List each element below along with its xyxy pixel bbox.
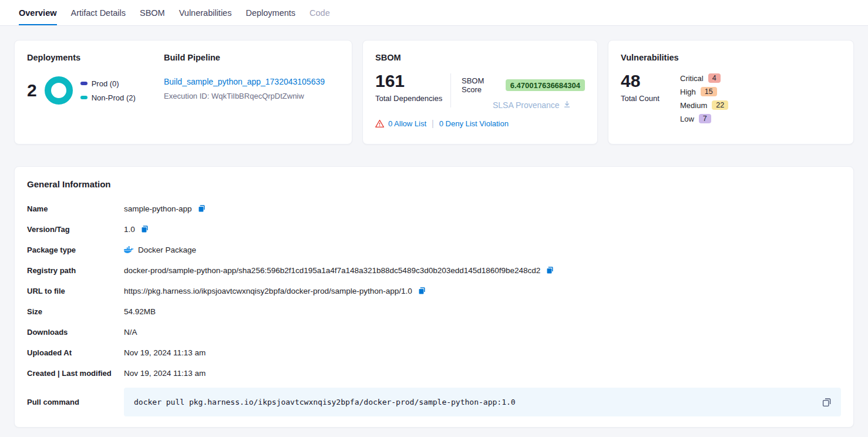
prod-legend-label: Prod (0) bbox=[92, 79, 119, 88]
downloads-value: N/A bbox=[124, 328, 137, 337]
version-tag-label: Version/Tag bbox=[27, 225, 124, 234]
deny-list-violation-link[interactable]: 0 Deny List Violation bbox=[439, 119, 509, 128]
general-information-card: General Information Name sample-python-a… bbox=[14, 166, 854, 428]
severity-badge-low: 7 bbox=[699, 114, 711, 123]
severity-label-critical: Critical bbox=[680, 74, 704, 83]
legend-item-prod: Prod (0) bbox=[80, 79, 136, 88]
size-label: Size bbox=[27, 307, 124, 316]
tab-bar: Overview Artifact Details SBOM Vulnerabi… bbox=[0, 0, 868, 26]
download-icon bbox=[563, 100, 571, 110]
severity-badge-high: 15 bbox=[701, 87, 717, 96]
row-name: Name sample-python-app bbox=[27, 203, 841, 215]
sbom-total-count: 161 bbox=[375, 72, 450, 90]
severity-row-high: High 15 bbox=[680, 87, 728, 96]
build-pipeline-link[interactable]: Build_sample_python_app_1732043105639 bbox=[164, 77, 325, 86]
warning-icon bbox=[375, 120, 384, 127]
deployments-section: Deployments 2 Prod (0) Non-Prod (2) bbox=[27, 53, 163, 132]
row-version-tag: Version/Tag 1.0 bbox=[27, 223, 841, 236]
name-value: sample-python-app bbox=[124, 204, 192, 213]
nonprod-legend-dot bbox=[80, 96, 88, 99]
tab-deployments[interactable]: Deployments bbox=[245, 0, 295, 25]
sbom-score-block: SBOM Score 6.470017636684304 SLSA Proven… bbox=[462, 72, 585, 110]
summary-cards-row: Deployments 2 Prod (0) Non-Prod (2) Buil… bbox=[14, 40, 854, 144]
deployments-donut-chart bbox=[45, 76, 73, 105]
deployments-card: Deployments 2 Prod (0) Non-Prod (2) Buil… bbox=[14, 40, 352, 144]
row-package-type: Package type Docker Package bbox=[27, 244, 841, 256]
deployments-count: 2 bbox=[27, 82, 37, 99]
package-type-value: Docker Package bbox=[138, 246, 196, 254]
deployments-legend: Prod (0) Non-Prod (2) bbox=[80, 79, 136, 102]
severity-label-low: Low bbox=[680, 115, 694, 123]
execution-id: Execution ID: WqkTiIbBRqecQrpDtZwniw bbox=[164, 92, 325, 100]
docker-icon bbox=[124, 246, 134, 254]
tab-artifact-details[interactable]: Artifact Details bbox=[71, 0, 126, 25]
row-pull-command: Pull command docker pull pkg.harness.io/… bbox=[27, 388, 841, 416]
vulnerabilities-title: Vulnerabilities bbox=[621, 53, 841, 62]
row-uploaded-at: Uploaded At Nov 19, 2024 11:13 am bbox=[27, 347, 841, 359]
sbom-score-badge: 6.470017636684304 bbox=[506, 79, 585, 91]
pull-command-value: docker pull pkg.harness.io/ikpsjoavtcwxn… bbox=[134, 398, 516, 406]
copy-pull-command-icon[interactable] bbox=[822, 397, 832, 408]
vulnerabilities-total-label: Total Count bbox=[621, 94, 680, 103]
sbom-divider bbox=[450, 73, 451, 107]
created-modified-value: Nov 19, 2024 11:13 am bbox=[124, 369, 206, 378]
uploaded-at-label: Uploaded At bbox=[27, 348, 124, 357]
legend-item-nonprod: Non-Prod (2) bbox=[80, 93, 136, 102]
general-information-title: General Information bbox=[27, 179, 841, 189]
build-pipeline-title: Build Pipeline bbox=[164, 53, 325, 62]
copy-registry-path-icon[interactable] bbox=[546, 266, 554, 275]
registry-path-label: Registry path bbox=[27, 266, 124, 275]
copy-name-icon[interactable] bbox=[197, 204, 206, 213]
version-tag-value: 1.0 bbox=[124, 225, 135, 234]
url-to-file-label: URL to file bbox=[27, 287, 124, 295]
copy-url-icon[interactable] bbox=[418, 287, 426, 295]
severity-label-high: High bbox=[680, 88, 696, 96]
row-downloads: Downloads N/A bbox=[27, 326, 841, 338]
tab-vulnerabilities[interactable]: Vulnerabilities bbox=[179, 0, 232, 25]
allow-list-link[interactable]: 0 Allow List bbox=[388, 119, 426, 128]
uploaded-at-value: Nov 19, 2024 11:13 am bbox=[124, 348, 206, 357]
tab-overview[interactable]: Overview bbox=[19, 0, 57, 25]
row-registry-path: Registry path docker-prod/sample-python-… bbox=[27, 264, 841, 277]
row-created-modified: Created | Last modified Nov 19, 2024 11:… bbox=[27, 367, 841, 379]
severity-list: Critical 4 High 15 Medium 22 Low 7 bbox=[680, 72, 728, 123]
created-modified-label: Created | Last modified bbox=[27, 369, 124, 378]
vulnerabilities-card: Vulnerabilities 48 Total Count Critical … bbox=[608, 40, 854, 144]
size-value: 54.92MB bbox=[124, 307, 156, 316]
slsa-provenance-link[interactable]: SLSA Provenance bbox=[493, 100, 585, 110]
pull-command-label: Pull command bbox=[27, 398, 124, 406]
severity-label-medium: Medium bbox=[680, 101, 707, 110]
name-label: Name bbox=[27, 204, 124, 213]
severity-row-critical: Critical 4 bbox=[680, 73, 728, 83]
row-url-to-file: URL to file https://pkg.harness.io/ikpsj… bbox=[27, 285, 841, 297]
sbom-total-block: 161 Total Dependencies bbox=[375, 72, 450, 110]
sbom-card: SBOM 161 Total Dependencies SBOM Score 6… bbox=[362, 40, 598, 144]
deployments-title: Deployments bbox=[27, 53, 163, 62]
sbom-title: SBOM bbox=[375, 53, 585, 62]
registry-path-value: docker-prod/sample-python-app/sha256:596… bbox=[124, 266, 540, 275]
copy-version-icon[interactable] bbox=[140, 225, 149, 234]
slsa-provenance-label: SLSA Provenance bbox=[493, 100, 560, 110]
severity-badge-critical: 4 bbox=[708, 73, 721, 83]
severity-badge-medium: 22 bbox=[712, 100, 728, 110]
severity-row-medium: Medium 22 bbox=[680, 100, 728, 110]
build-pipeline-section: Build Pipeline Build_sample_python_app_1… bbox=[163, 53, 325, 132]
pull-command-box: docker pull pkg.harness.io/ikpsjoavtcwxn… bbox=[124, 388, 841, 416]
tab-sbom[interactable]: SBOM bbox=[140, 0, 165, 25]
row-size: Size 54.92MB bbox=[27, 305, 841, 318]
severity-row-low: Low 7 bbox=[680, 114, 728, 123]
sbom-total-label: Total Dependencies bbox=[375, 94, 450, 103]
links-divider: | bbox=[432, 119, 434, 128]
vulnerabilities-total-count: 48 bbox=[621, 72, 680, 90]
tab-code: Code bbox=[309, 0, 330, 25]
downloads-label: Downloads bbox=[27, 328, 124, 337]
url-to-file-value: https://pkg.harness.io/ikpsjoavtcwxnqisy… bbox=[124, 287, 412, 295]
package-type-label: Package type bbox=[27, 246, 124, 254]
vulnerabilities-total-block: 48 Total Count bbox=[621, 72, 680, 123]
sbom-score-label: SBOM Score bbox=[462, 76, 500, 94]
prod-legend-dot bbox=[80, 82, 88, 85]
nonprod-legend-label: Non-Prod (2) bbox=[92, 93, 136, 102]
